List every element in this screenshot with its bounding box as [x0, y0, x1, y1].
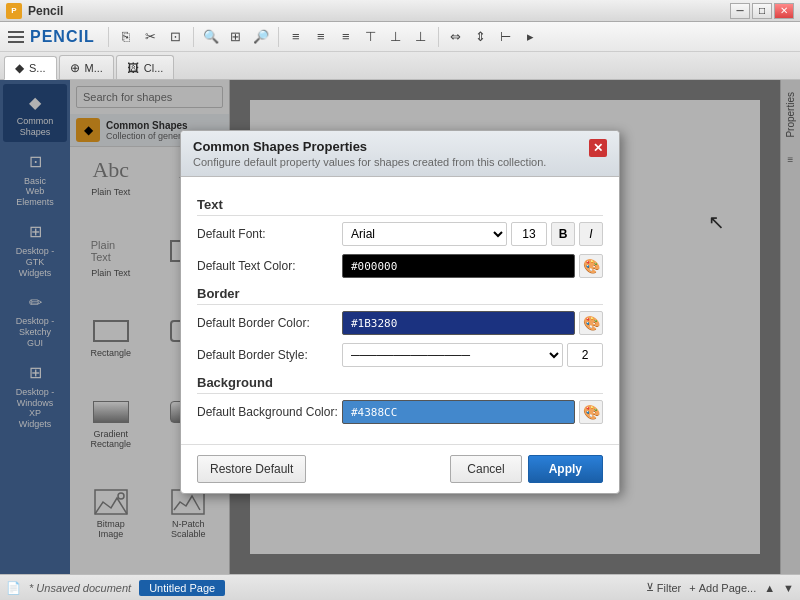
maximize-button[interactable]: □	[752, 3, 772, 19]
status-right: ⊻ Filter + Add Page... ▲ ▼	[646, 581, 794, 594]
toolbar-group-4: ⇔ ⇕ ⊢ ▸	[444, 25, 543, 49]
separator-4	[438, 27, 439, 47]
add-page-icon: +	[689, 582, 695, 594]
tab-clipboard-label: Cl...	[144, 62, 164, 74]
toolbar-align-left-btn[interactable]: ≡	[284, 25, 308, 49]
cancel-button[interactable]: Cancel	[450, 455, 521, 483]
modal-subtitle: Configure default property values for sh…	[193, 156, 546, 168]
separator-2	[193, 27, 194, 47]
border-color-control: #1B3280 🎨	[342, 311, 603, 335]
bg-color-swatch[interactable]: #4388CC	[342, 400, 575, 424]
restore-default-button[interactable]: Restore Default	[197, 455, 306, 483]
background-section-header: Background	[197, 375, 603, 394]
tab-maps-icon: ⊕	[70, 61, 80, 75]
default-text-color-label: Default Text Color:	[197, 259, 342, 273]
modal-title: Common Shapes Properties	[193, 139, 546, 154]
modal-dialog: Common Shapes Properties Configure defau…	[180, 130, 620, 494]
separator-3	[278, 27, 279, 47]
filter-label: Filter	[657, 582, 681, 594]
border-style-control: ──────────────	[342, 343, 603, 367]
hamburger-menu[interactable]	[4, 25, 28, 49]
separator-1	[108, 27, 109, 47]
text-color-picker-btn[interactable]: 🎨	[579, 254, 603, 278]
modal-close-button[interactable]: ✕	[589, 139, 607, 157]
app-icon: P	[6, 3, 22, 19]
font-control: Arial B I	[342, 222, 603, 246]
toolbar-spacing-h-btn[interactable]: ⇔	[444, 25, 468, 49]
text-section-header: Text	[197, 197, 603, 216]
toolbar-zoom-in-btn[interactable]: 🔍	[199, 25, 223, 49]
scroll-up-btn[interactable]: ▲	[764, 582, 775, 594]
default-bg-color-label: Default Background Color:	[197, 405, 342, 419]
modal-body: Text Default Font: Arial B I Default Tex…	[181, 177, 619, 444]
add-page-label: Add Page...	[699, 582, 757, 594]
toolbar-distribute-btn[interactable]: ⊢	[494, 25, 518, 49]
toolbar-new-btn[interactable]: ⊡	[164, 25, 188, 49]
toolbar-align-right-btn[interactable]: ≡	[334, 25, 358, 49]
tab-maps[interactable]: ⊕ M...	[59, 55, 114, 79]
menu-bar: PENCIL ⎘ ✂ ⊡ 🔍 ⊞ 🔎 ≡ ≡ ≡ ⊤ ⊥ ⊥ ⇔ ⇕ ⊢ ▸	[0, 22, 800, 52]
tab-shapes-icon: ◆	[15, 61, 24, 75]
page-tab[interactable]: Untitled Page	[139, 580, 225, 596]
italic-button[interactable]: I	[579, 222, 603, 246]
app-title: Pencil	[28, 4, 63, 18]
status-bar: 📄 * Unsaved document Untitled Page ⊻ Fil…	[0, 574, 800, 600]
modal-footer: Restore Default Cancel Apply	[181, 444, 619, 493]
border-color-swatch[interactable]: #1B3280	[342, 311, 575, 335]
toolbar-align-bottom-btn[interactable]: ⊥	[409, 25, 433, 49]
title-bar-left: P Pencil	[6, 3, 63, 19]
filter-icon: ⊻	[646, 581, 654, 594]
toolbar-align-top-btn[interactable]: ⊤	[359, 25, 383, 49]
default-text-color-row: Default Text Color: #000000 🎨	[197, 254, 603, 278]
filter-btn[interactable]: ⊻ Filter	[646, 581, 681, 594]
minimize-button[interactable]: ─	[730, 3, 750, 19]
default-font-row: Default Font: Arial B I	[197, 222, 603, 246]
tab-bar: ◆ S... ⊕ M... 🖼 Cl...	[0, 52, 800, 80]
close-button[interactable]: ✕	[774, 3, 794, 19]
default-bg-color-row: Default Background Color: #4388CC 🎨	[197, 400, 603, 424]
toolbar-group-2: 🔍 ⊞ 🔎	[199, 25, 273, 49]
toolbar-more-btn[interactable]: ▸	[519, 25, 543, 49]
tab-maps-label: M...	[85, 62, 103, 74]
modal-title-bar: Common Shapes Properties Configure defau…	[181, 131, 619, 177]
border-color-picker-btn[interactable]: 🎨	[579, 311, 603, 335]
page-icon: 📄	[6, 581, 21, 595]
text-color-value: #000000	[351, 260, 397, 273]
border-style-select[interactable]: ──────────────	[342, 343, 563, 367]
text-color-swatch[interactable]: #000000	[342, 254, 575, 278]
toolbar-align-center-btn[interactable]: ≡	[309, 25, 333, 49]
toolbar-cut-btn[interactable]: ✂	[139, 25, 163, 49]
bg-color-value: #4388CC	[351, 406, 397, 419]
toolbar-align-middle-btn[interactable]: ⊥	[384, 25, 408, 49]
toolbar-copy-btn[interactable]: ⎘	[114, 25, 138, 49]
btn-group-right: Cancel Apply	[450, 455, 603, 483]
tab-shapes[interactable]: ◆ S...	[4, 56, 57, 80]
apply-button[interactable]: Apply	[528, 455, 603, 483]
default-border-style-row: Default Border Style: ──────────────	[197, 343, 603, 367]
bg-color-control: #4388CC 🎨	[342, 400, 603, 424]
tab-clipboard[interactable]: 🖼 Cl...	[116, 55, 175, 79]
main-area: ◆ CommonShapes ⊡ BasicWebElements ⊞ Desk…	[0, 80, 800, 574]
modal-overlay: Common Shapes Properties Configure defau…	[0, 80, 800, 574]
tab-shapes-label: S...	[29, 62, 46, 74]
default-border-style-label: Default Border Style:	[197, 348, 342, 362]
border-color-value: #1B3280	[351, 317, 397, 330]
font-select[interactable]: Arial	[342, 222, 507, 246]
bg-color-picker-btn[interactable]: 🎨	[579, 400, 603, 424]
toolbar-zoom-out-btn[interactable]: 🔎	[249, 25, 273, 49]
toolbar-spacing-v-btn[interactable]: ⇕	[469, 25, 493, 49]
title-bar: P Pencil ─ □ ✕	[0, 0, 800, 22]
border-width-input[interactable]	[567, 343, 603, 367]
border-section-header: Border	[197, 286, 603, 305]
tab-clipboard-icon: 🖼	[127, 61, 139, 75]
text-color-control: #000000 🎨	[342, 254, 603, 278]
toolbar-group-3: ≡ ≡ ≡ ⊤ ⊥ ⊥	[284, 25, 433, 49]
default-font-label: Default Font:	[197, 227, 342, 241]
scroll-down-btn[interactable]: ▼	[783, 582, 794, 594]
default-border-color-label: Default Border Color:	[197, 316, 342, 330]
font-size-input[interactable]	[511, 222, 547, 246]
toolbar-fit-btn[interactable]: ⊞	[224, 25, 248, 49]
default-border-color-row: Default Border Color: #1B3280 🎨	[197, 311, 603, 335]
bold-button[interactable]: B	[551, 222, 575, 246]
add-page-btn[interactable]: + Add Page...	[689, 582, 756, 594]
